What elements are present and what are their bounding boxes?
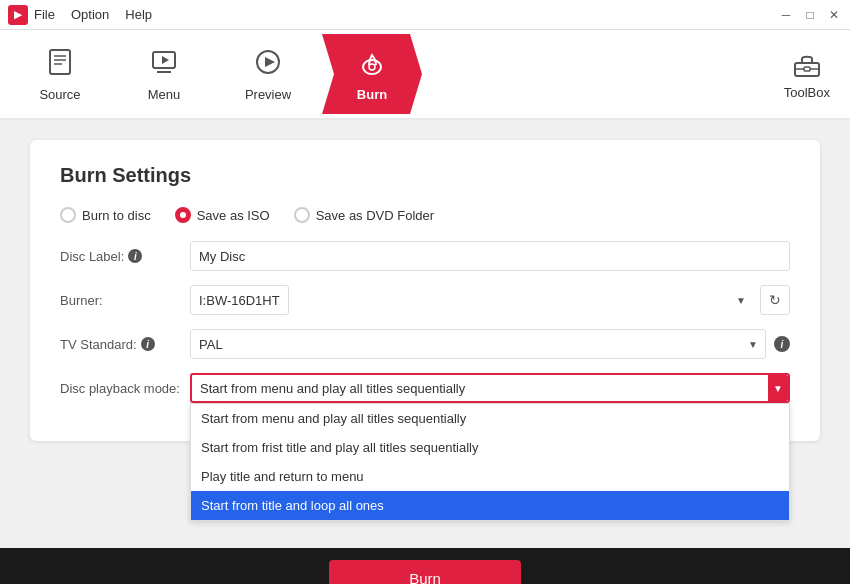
disc-playback-wrapper: Start from menu and play all titles sequ…: [190, 373, 790, 403]
tv-standard-info-icon-right[interactable]: i: [774, 336, 790, 352]
disc-label-row: Disc Label: i: [60, 241, 790, 271]
svg-marker-5: [162, 56, 169, 64]
burner-select[interactable]: I:BW-16D1HT: [190, 285, 289, 315]
nav-menu[interactable]: Menu: [114, 34, 214, 114]
svg-rect-13: [804, 67, 810, 71]
dropdown-item-0[interactable]: Start from menu and play all titles sequ…: [191, 404, 789, 433]
tv-standard-info-icon[interactable]: i: [141, 337, 155, 351]
svg-marker-8: [265, 57, 275, 67]
menu-label: Menu: [148, 87, 181, 102]
radio-save-iso-label: Save as ISO: [197, 208, 270, 223]
nav-source[interactable]: Source: [10, 34, 110, 114]
nav-burn[interactable]: Burn: [322, 34, 422, 114]
menu-nav-icon: [149, 47, 179, 83]
disc-playback-selected: Start from menu and play all titles sequ…: [200, 381, 465, 396]
disc-label-input[interactable]: [190, 241, 790, 271]
svg-rect-0: [50, 50, 70, 74]
tv-standard-select[interactable]: PAL NTSC: [190, 329, 766, 359]
title-bar: ▶ File Option Help ─ □ ✕: [0, 0, 850, 30]
menu-file[interactable]: File: [34, 7, 55, 22]
settings-title: Burn Settings: [60, 164, 790, 187]
tv-standard-row: TV Standard: i PAL NTSC ▼ i: [60, 329, 790, 359]
burn-icon: [357, 47, 387, 83]
disc-playback-arrow-icon: ▼: [768, 375, 788, 401]
disc-label-label: Disc Label: i: [60, 249, 190, 264]
radio-save-dvd[interactable]: Save as DVD Folder: [294, 207, 435, 223]
radio-burn-disc-circle: [60, 207, 76, 223]
source-icon: [45, 47, 75, 83]
burner-label: Burner:: [60, 293, 190, 308]
close-button[interactable]: ✕: [826, 7, 842, 23]
app-logo: ▶: [8, 5, 28, 25]
dropdown-item-3[interactable]: Start from title and loop all ones: [191, 491, 789, 520]
burner-row: Burner: I:BW-16D1HT ▼ ↻: [60, 285, 790, 315]
svg-point-9: [363, 60, 381, 74]
settings-panel: Burn Settings Burn to disc Save as ISO S…: [30, 140, 820, 441]
burn-label: Burn: [357, 87, 387, 102]
preview-icon: [253, 47, 283, 83]
radio-burn-disc[interactable]: Burn to disc: [60, 207, 151, 223]
window-controls: ─ □ ✕: [778, 7, 842, 23]
nav-toolbox[interactable]: ToolBox: [784, 49, 830, 100]
nav-bar: Source Menu Preview Burn: [0, 30, 850, 120]
menu-bar: File Option Help: [34, 7, 152, 22]
preview-label: Preview: [245, 87, 291, 102]
toolbox-label: ToolBox: [784, 85, 830, 100]
radio-burn-disc-label: Burn to disc: [82, 208, 151, 223]
bottom-bar: Burn: [0, 548, 850, 584]
burn-button[interactable]: Burn: [329, 560, 521, 585]
disc-label-info-icon[interactable]: i: [128, 249, 142, 263]
dropdown-item-2[interactable]: Play title and return to menu: [191, 462, 789, 491]
radio-save-dvd-circle: [294, 207, 310, 223]
menu-help[interactable]: Help: [125, 7, 152, 22]
tv-standard-label: TV Standard: i: [60, 337, 190, 352]
radio-save-iso[interactable]: Save as ISO: [175, 207, 270, 223]
disc-playback-dropdown-list: Start from menu and play all titles sequ…: [190, 403, 790, 521]
burner-arrow-icon: ▼: [736, 295, 746, 306]
radio-save-iso-circle: [175, 207, 191, 223]
minimize-button[interactable]: ─: [778, 7, 794, 23]
disc-playback-row: Disc playback mode: Start from menu and …: [60, 373, 790, 403]
toolbox-icon: [792, 49, 822, 85]
main-content: Burn Settings Burn to disc Save as ISO S…: [0, 120, 850, 548]
burner-refresh-button[interactable]: ↻: [760, 285, 790, 315]
menu-option[interactable]: Option: [71, 7, 109, 22]
maximize-button[interactable]: □: [802, 7, 818, 23]
radio-save-dvd-label: Save as DVD Folder: [316, 208, 435, 223]
dropdown-item-1[interactable]: Start from frist title and play all titl…: [191, 433, 789, 462]
svg-point-10: [369, 64, 375, 70]
source-label: Source: [39, 87, 80, 102]
disc-playback-dropdown[interactable]: Start from menu and play all titles sequ…: [190, 373, 790, 403]
nav-preview[interactable]: Preview: [218, 34, 318, 114]
disc-playback-label: Disc playback mode:: [60, 381, 190, 396]
radio-group: Burn to disc Save as ISO Save as DVD Fol…: [60, 207, 790, 223]
